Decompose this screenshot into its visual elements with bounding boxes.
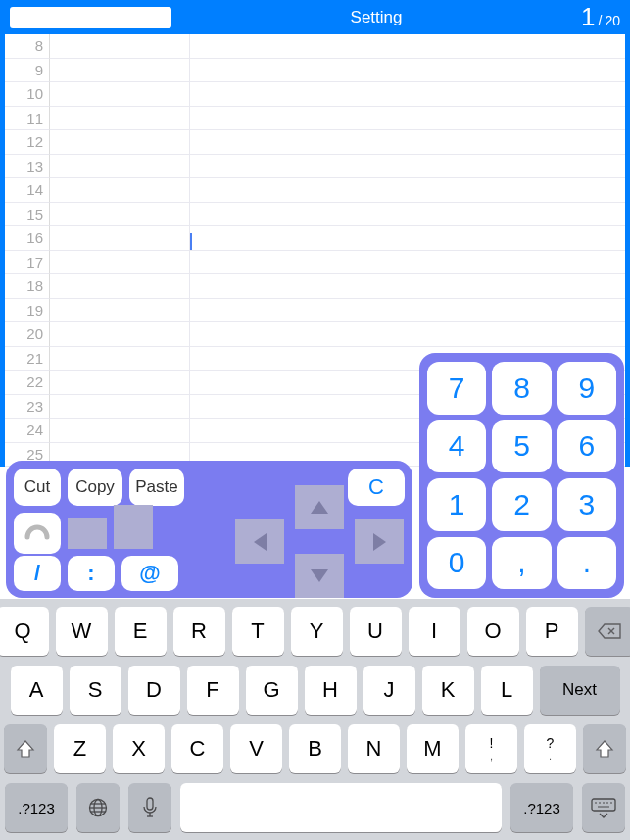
cell[interactable] bbox=[50, 130, 625, 155]
row[interactable]: 15 bbox=[5, 203, 625, 227]
colon-button[interactable]: : bbox=[68, 556, 115, 591]
numpad-9[interactable]: 9 bbox=[557, 362, 616, 415]
dictation-key[interactable] bbox=[128, 783, 171, 832]
key-h[interactable]: H bbox=[305, 666, 357, 715]
mode-key[interactable]: .?123 bbox=[5, 783, 68, 832]
cell[interactable] bbox=[50, 178, 625, 203]
undo-button[interactable] bbox=[14, 513, 61, 554]
paste-button[interactable]: Paste bbox=[129, 469, 184, 506]
numpad-4[interactable]: 4 bbox=[427, 420, 486, 473]
cell[interactable] bbox=[50, 155, 625, 179]
numpad-5[interactable]: 5 bbox=[492, 420, 551, 473]
key-l[interactable]: L bbox=[481, 666, 533, 715]
cell[interactable] bbox=[50, 107, 625, 131]
key-m[interactable]: M bbox=[407, 724, 459, 773]
row-number: 13 bbox=[5, 155, 50, 179]
row[interactable]: 11 bbox=[5, 107, 625, 131]
numpad-3[interactable]: 3 bbox=[557, 478, 616, 531]
shift-key[interactable] bbox=[583, 724, 626, 773]
row-number: 19 bbox=[5, 299, 50, 323]
punct-comma-key[interactable]: !, bbox=[465, 724, 517, 773]
key-p[interactable]: P bbox=[526, 607, 578, 656]
hide-keyboard-key[interactable] bbox=[582, 783, 625, 832]
cell[interactable] bbox=[50, 274, 625, 299]
key-s[interactable]: S bbox=[70, 666, 121, 715]
row[interactable]: 17 bbox=[5, 251, 625, 275]
key-e[interactable]: E bbox=[115, 607, 167, 656]
row[interactable]: 8 bbox=[5, 34, 625, 59]
slash-button[interactable]: / bbox=[14, 556, 61, 591]
numpad-0[interactable]: 0 bbox=[427, 537, 486, 590]
row[interactable]: 13 bbox=[5, 155, 625, 179]
key-u[interactable]: U bbox=[350, 607, 402, 656]
cell[interactable] bbox=[50, 226, 625, 251]
numpad-6[interactable]: 6 bbox=[557, 420, 616, 473]
arrow-down-button[interactable] bbox=[295, 554, 344, 598]
numpad-.[interactable]: . bbox=[557, 537, 616, 590]
key-c[interactable]: C bbox=[171, 724, 223, 773]
key-w[interactable]: W bbox=[56, 607, 108, 656]
numpad-,[interactable]: , bbox=[492, 537, 551, 590]
globe-key[interactable] bbox=[76, 783, 120, 832]
title-input[interactable] bbox=[10, 7, 171, 28]
row-number: 11 bbox=[5, 107, 50, 131]
page-counter: 1 / 20 bbox=[581, 2, 620, 32]
punct-period-key[interactable]: ?. bbox=[524, 724, 576, 773]
numpad-1[interactable]: 1 bbox=[427, 478, 486, 531]
key-j[interactable]: J bbox=[363, 666, 415, 715]
row-number: 18 bbox=[5, 274, 50, 299]
cell[interactable] bbox=[50, 34, 625, 59]
space-key[interactable] bbox=[180, 783, 502, 832]
arrow-up-button[interactable] bbox=[295, 485, 344, 529]
edit-toolpad: Cut Copy Paste C / : @ bbox=[6, 461, 412, 598]
key-n[interactable]: N bbox=[348, 724, 400, 773]
row[interactable]: 14 bbox=[5, 178, 625, 203]
cell[interactable] bbox=[50, 59, 625, 83]
cut-button[interactable]: Cut bbox=[14, 469, 61, 506]
key-q[interactable]: Q bbox=[0, 607, 49, 656]
numpad-2[interactable]: 2 bbox=[492, 478, 551, 531]
key-v[interactable]: V bbox=[230, 724, 282, 773]
key-f[interactable]: F bbox=[187, 666, 239, 715]
key-y[interactable]: Y bbox=[291, 607, 343, 656]
key-z[interactable]: Z bbox=[54, 724, 106, 773]
tool-slot[interactable] bbox=[68, 518, 107, 549]
cell[interactable] bbox=[50, 203, 625, 227]
cell[interactable] bbox=[50, 299, 625, 323]
backspace-key[interactable] bbox=[585, 607, 631, 656]
shift-key[interactable] bbox=[4, 724, 47, 773]
key-d[interactable]: D bbox=[128, 666, 180, 715]
row[interactable]: 20 bbox=[5, 322, 625, 347]
key-a[interactable]: A bbox=[11, 666, 63, 715]
row[interactable]: 19 bbox=[5, 299, 625, 323]
row[interactable]: 10 bbox=[5, 82, 625, 107]
mode-key-right[interactable]: .?123 bbox=[510, 783, 573, 832]
row[interactable]: 9 bbox=[5, 59, 625, 83]
cell[interactable] bbox=[50, 251, 625, 275]
cell[interactable] bbox=[50, 322, 625, 347]
arrow-left-button[interactable] bbox=[235, 519, 284, 564]
numeric-keypad: 7894561230,. bbox=[419, 353, 624, 598]
cell[interactable] bbox=[50, 82, 625, 107]
at-button[interactable]: @ bbox=[121, 556, 178, 591]
row[interactable]: 16 bbox=[5, 226, 625, 251]
row-number: 9 bbox=[5, 59, 50, 83]
triangle-down-icon bbox=[311, 569, 328, 582]
tool-slot[interactable] bbox=[114, 505, 153, 549]
copy-button[interactable]: Copy bbox=[68, 469, 122, 506]
key-g[interactable]: G bbox=[246, 666, 298, 715]
key-o[interactable]: O bbox=[467, 607, 519, 656]
key-i[interactable]: I bbox=[409, 607, 460, 656]
arrow-right-button[interactable] bbox=[355, 519, 404, 564]
key-k[interactable]: K bbox=[422, 666, 474, 715]
row[interactable]: 12 bbox=[5, 130, 625, 155]
key-x[interactable]: X bbox=[113, 724, 165, 773]
key-r[interactable]: R bbox=[173, 607, 225, 656]
key-b[interactable]: B bbox=[289, 724, 341, 773]
numpad-8[interactable]: 8 bbox=[492, 362, 551, 415]
key-t[interactable]: T bbox=[232, 607, 284, 656]
row-number: 14 bbox=[5, 178, 50, 203]
next-key[interactable]: Next bbox=[540, 666, 620, 715]
numpad-7[interactable]: 7 bbox=[427, 362, 486, 415]
row[interactable]: 18 bbox=[5, 274, 625, 299]
